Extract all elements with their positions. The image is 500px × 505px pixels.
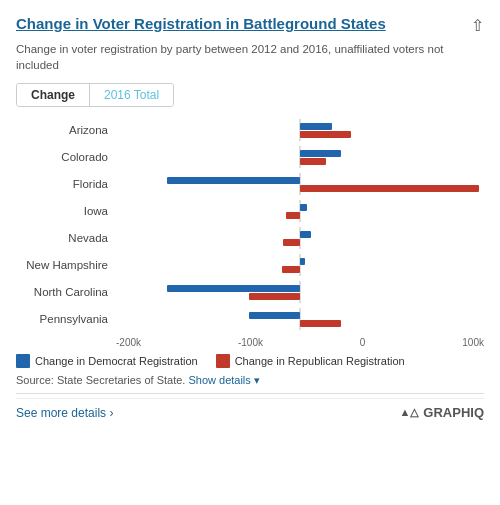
- state-label: Nevada: [16, 232, 116, 244]
- legend-rep-box: [216, 354, 230, 368]
- state-label: New Hampshire: [16, 259, 116, 271]
- chart-row: Nevada: [16, 227, 484, 249]
- legend: Change in Democrat Registration Change i…: [16, 354, 484, 368]
- footer: See more details › ▲△ GRAPHIQ: [16, 398, 484, 420]
- dem-bar: [249, 312, 300, 319]
- tab-2016-total[interactable]: 2016 Total: [90, 84, 173, 106]
- chart-row: Pennsylvania: [16, 308, 484, 330]
- chart-subtitle: Change in voter registration by party be…: [16, 41, 484, 73]
- legend-dem-box: [16, 354, 30, 368]
- bar-section: [116, 173, 484, 195]
- share-icon[interactable]: ⇧: [471, 16, 484, 35]
- rep-bar: [300, 131, 351, 138]
- bar-section: [116, 227, 484, 249]
- bar-section: [116, 254, 484, 276]
- source-line: Source: State Secretaries of State. Show…: [16, 374, 484, 387]
- x-axis-label: -200k: [116, 337, 141, 348]
- dem-bar: [167, 285, 300, 292]
- chart-row: North Carolina: [16, 281, 484, 303]
- rep-bar: [300, 158, 326, 165]
- state-label: Arizona: [16, 124, 116, 136]
- dem-bar: [167, 177, 300, 184]
- legend-rep-label: Change in Republican Registration: [235, 355, 405, 367]
- rep-bar: [300, 320, 341, 327]
- chart-row: New Hampshire: [16, 254, 484, 276]
- graphiq-logo: ▲△ GRAPHIQ: [399, 405, 484, 420]
- rep-bar: [286, 212, 300, 219]
- legend-dem: Change in Democrat Registration: [16, 354, 198, 368]
- bar-container: [116, 227, 484, 249]
- bar-container: [116, 254, 484, 276]
- x-axis-label: 100k: [462, 337, 484, 348]
- dem-bar: [300, 204, 307, 211]
- rep-bar: [282, 266, 300, 273]
- dem-bar: [300, 123, 332, 130]
- bar-section: [116, 308, 484, 330]
- chart-row: Arizona: [16, 119, 484, 141]
- bar-section: [116, 146, 484, 168]
- show-details-link[interactable]: Show details ▾: [188, 374, 259, 386]
- source-text: Source: State Secretaries of State.: [16, 374, 185, 386]
- state-label: Florida: [16, 178, 116, 190]
- chart-row: Florida: [16, 173, 484, 195]
- bar-container: [116, 200, 484, 222]
- state-label: Iowa: [16, 205, 116, 217]
- bar-container: [116, 173, 484, 195]
- rep-bar: [283, 239, 300, 246]
- chart-row: Colorado: [16, 146, 484, 168]
- state-label: North Carolina: [16, 286, 116, 298]
- tab-group: Change 2016 Total: [16, 83, 174, 107]
- dem-bar: [300, 258, 305, 265]
- x-axis-label: 0: [360, 337, 366, 348]
- bar-container: [116, 146, 484, 168]
- x-axis-labels: -200k-100k0100k: [16, 337, 484, 348]
- legend-rep: Change in Republican Registration: [216, 354, 405, 368]
- graphiq-logo-text: GRAPHIQ: [423, 405, 484, 420]
- state-label: Pennsylvania: [16, 313, 116, 325]
- dem-bar: [300, 150, 341, 157]
- see-more-link[interactable]: See more details ›: [16, 406, 113, 420]
- legend-dem-label: Change in Democrat Registration: [35, 355, 198, 367]
- chart-title: Change in Voter Registration in Battlegr…: [16, 14, 386, 34]
- bar-section: [116, 200, 484, 222]
- tab-change[interactable]: Change: [17, 84, 90, 106]
- rep-bar: [300, 185, 479, 192]
- bar-section: [116, 119, 484, 141]
- bar-container: [116, 308, 484, 330]
- dem-bar: [300, 231, 311, 238]
- chart-row: Iowa: [16, 200, 484, 222]
- graphiq-mountain-icon: ▲△: [399, 406, 418, 419]
- rep-bar: [249, 293, 300, 300]
- divider: [16, 393, 484, 394]
- bar-section: [116, 281, 484, 303]
- chart-area: ArizonaColoradoFloridaIowaNevadaNew Hamp…: [16, 119, 484, 335]
- x-axis-label: -100k: [238, 337, 263, 348]
- state-label: Colorado: [16, 151, 116, 163]
- bar-container: [116, 281, 484, 303]
- bar-container: [116, 119, 484, 141]
